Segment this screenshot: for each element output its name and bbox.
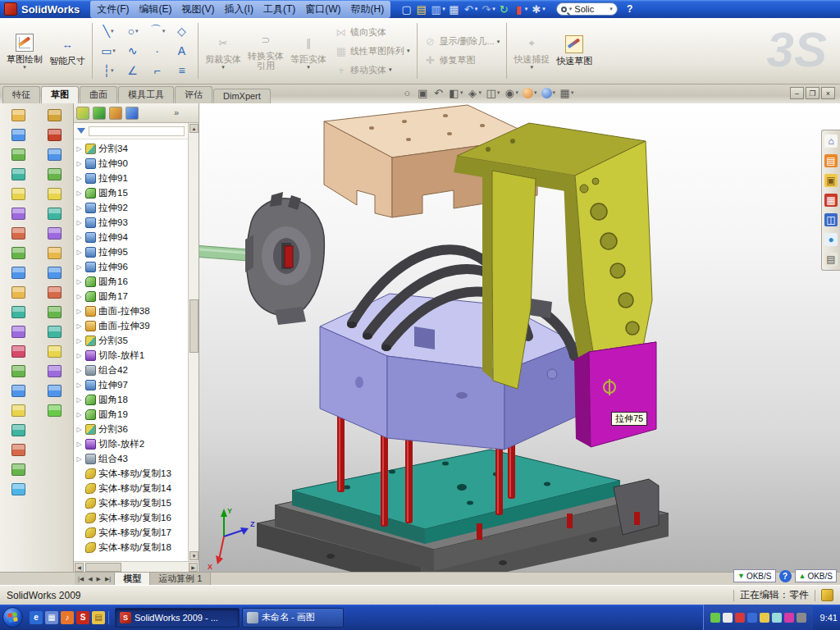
view-orientation-icon[interactable]: ◈ ▾ [468,87,482,98]
help-button[interactable]: ? [627,3,632,15]
tool-icon[interactable] [11,267,25,279]
redo-icon[interactable]: ↷ ▾ [479,2,497,16]
command-manager-tab[interactable]: 评估 [175,86,212,103]
filter-icon[interactable] [77,128,85,134]
edit-appearance-icon[interactable]: ▾ [523,88,537,98]
point-icon[interactable]: · [145,41,170,61]
feature-tree-item[interactable]: 实体-移动/复制16 [75,510,188,525]
document-tab[interactable]: 运动算例 1 [150,573,211,585]
feature-tree-item[interactable]: ▷ 拉伸94 [75,230,188,244]
tool-icon[interactable] [11,286,25,299]
feature-tree-item[interactable]: ▷ 拉伸93 [75,215,188,230]
menu-item[interactable]: 文件(F) [92,1,134,18]
tool-icon[interactable] [11,168,25,180]
show-desktop-icon[interactable]: ▦ [45,611,58,624]
centerline-icon[interactable]: ┆ ▾ [96,61,121,80]
tool-icon[interactable] [11,385,25,397]
apply-scene-icon[interactable]: ▾ [541,88,556,98]
property-manager-tab-icon[interactable] [93,107,106,120]
download-speed-badge[interactable]: ▼OKB/S [733,569,776,582]
document-tab[interactable]: 模型 [115,573,150,585]
tool-icon[interactable] [48,168,62,180]
tool-icon[interactable] [11,404,25,417]
tray-icon[interactable] [747,613,757,623]
feature-tree-item[interactable]: ▷ 圆角16 [75,274,188,289]
new-document-icon[interactable]: ▢ [399,2,414,16]
menu-item[interactable]: 插入(I) [220,1,258,18]
feature-tree-item[interactable]: ▷ 曲面-拉伸39 [75,318,188,333]
equation-icon[interactable]: ≡ [170,61,194,80]
last-tab-button[interactable]: ▶| [103,576,112,582]
tree-filter-input[interactable] [89,126,185,136]
sketch-text-icon[interactable]: A [170,41,194,61]
tool-icon[interactable] [48,326,62,338]
tool-icon[interactable] [48,208,62,220]
smart-dimension-button[interactable]: ↔ 智能尺寸 [46,20,89,82]
overlay-help-button[interactable]: ? [779,570,792,582]
dimxpert-manager-tab-icon[interactable] [126,107,139,120]
feature-tree-item[interactable]: ▷ 拉伸91 [75,171,188,185]
feature-tree-item[interactable]: ▷ 拉伸97 [75,377,188,392]
tool-icon[interactable] [48,227,62,240]
options-icon[interactable]: ✱ ▾ [529,2,547,16]
tree-horizontal-scrollbar[interactable]: ◀ ▶ [74,561,199,572]
feature-tree-item[interactable]: ▷ 圆角15 [75,185,188,200]
feature-tree-item[interactable]: 实体-移动/复制17 [75,525,188,540]
tool-icon[interactable] [11,208,25,220]
tray-icon[interactable] [735,613,745,623]
display-style-icon[interactable]: ◫ ▾ [486,87,500,98]
toolbox-icon[interactable]: ▦ [824,194,838,207]
tool-icon[interactable] [48,129,62,141]
command-manager-tab[interactable]: 曲面 [80,86,117,103]
tool-icon[interactable] [48,148,62,161]
tool-icon[interactable] [48,109,62,121]
tool-icon[interactable] [48,365,62,377]
tool-icon[interactable] [11,424,25,436]
tool-icon[interactable] [48,385,62,397]
feature-tree-item[interactable]: ▷ 圆角18 [75,392,188,407]
configuration-manager-tab-icon[interactable] [109,107,122,120]
tray-icon[interactable] [797,613,806,623]
rectangle-icon[interactable]: ▭ ▾ [96,41,121,61]
zoom-area-icon[interactable]: ▣ [418,87,429,98]
feature-tree-item[interactable]: ▷ 圆角19 [75,407,188,422]
tool-icon[interactable] [48,247,62,259]
feature-tree-item[interactable]: ▷ 切除-放样1 [75,348,188,363]
trim-entities-button[interactable]: ✂ 剪裁实体 ▾ [202,20,244,82]
feature-tree-item[interactable]: ▷ 拉伸95 [75,244,188,259]
convert-entities-button[interactable]: ⊃ 转换实体引用 [244,20,287,82]
tool-icon[interactable] [48,286,62,299]
save-icon[interactable]: ▥ ▾ [429,2,447,16]
feature-tree-item[interactable]: ▷ 圆角17 [75,289,188,304]
design-library-icon[interactable]: ▤ [824,154,838,167]
start-button[interactable] [2,607,23,628]
tool-icon[interactable] [11,483,25,495]
tool-icon[interactable] [11,227,25,240]
feature-tree-item[interactable]: 实体-移动/复制13 [75,466,188,481]
tool-icon[interactable] [11,109,25,121]
feature-tree-item[interactable]: ▷ 分割36 [75,422,188,436]
taskbar-task-button[interactable]: S SolidWorks 2009 - ... [115,608,240,628]
linear-sketch-pattern-button[interactable]: ▦ 线性草图阵列 ▾ [331,42,413,60]
prev-tab-button[interactable]: ◀ [86,576,94,582]
circle-icon[interactable]: ○ ▾ [121,21,145,41]
feature-tree-item[interactable]: ▷ 切除-放样2 [75,436,188,451]
scroll-up-button[interactable]: ▲ [189,124,199,133]
tool-icon[interactable] [48,188,62,200]
file-explorer-icon[interactable]: ▣ [824,174,838,187]
tool-icon[interactable] [11,129,25,141]
menu-item[interactable]: 编辑(E) [135,1,177,18]
next-tab-button[interactable]: ▶ [95,576,103,582]
quick-tips-icon[interactable] [821,589,833,601]
tool-icon[interactable] [11,247,25,259]
tool-icon[interactable] [11,365,25,377]
command-manager-tab[interactable]: DimXpert [213,89,271,103]
undo-icon[interactable]: ↶ ▾ [462,2,480,16]
menu-item[interactable]: 窗口(W) [300,1,345,18]
doc-restore-button[interactable]: ❐ [806,87,819,99]
tool-icon[interactable] [11,148,25,161]
polygon-icon[interactable]: ◇ [170,21,194,41]
feature-tree-item[interactable]: ▷ 拉伸90 [75,156,188,171]
taskbar-clock[interactable]: 9:41 [820,613,838,623]
upload-speed-badge[interactable]: ▲OKB/S [795,569,838,582]
